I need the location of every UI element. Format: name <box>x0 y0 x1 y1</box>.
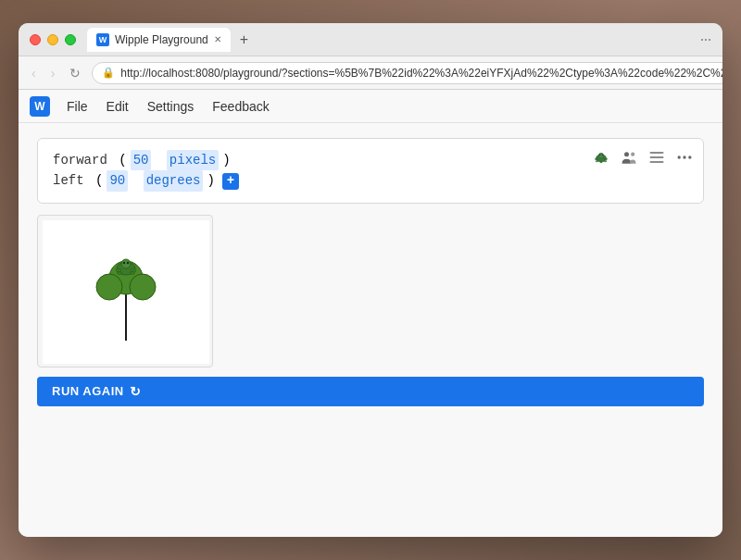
svg-point-6 <box>600 161 602 163</box>
svg-point-2 <box>595 158 597 160</box>
unit-degrees[interactable]: degrees <box>144 170 204 191</box>
svg-point-10 <box>631 153 634 156</box>
code-editor: forward ( 50 pixels ) left ( 90 degrees … <box>37 138 704 204</box>
svg-point-16 <box>688 156 691 158</box>
traffic-lights <box>30 34 76 45</box>
address-bar: ‹ › ↻ 🔒 http://localhost:8080/playground… <box>19 56 722 90</box>
title-bar: W Wipple Playground ✕ + ⋯ <box>19 23 722 56</box>
menu-settings[interactable]: Settings <box>140 95 202 118</box>
keyword-left: left <box>53 170 84 191</box>
svg-point-3 <box>604 158 607 160</box>
unit-pixels[interactable]: pixels <box>167 150 219 170</box>
svg-point-22 <box>121 259 131 268</box>
run-again-label: RUN AGAIN <box>52 384 124 398</box>
url-text: http://localhost:8080/playground/?sectio… <box>120 67 722 80</box>
bottom-section: RUN AGAIN ↻ <box>37 215 704 406</box>
drawing-canvas <box>43 220 209 364</box>
app-content: W File Edit Settings Feedback <box>19 90 722 537</box>
back-button[interactable]: ‹ <box>28 64 40 82</box>
svg-rect-13 <box>650 161 664 163</box>
svg-point-27 <box>123 262 125 264</box>
svg-point-20 <box>130 274 156 300</box>
svg-point-7 <box>599 155 600 156</box>
lock-icon: 🔒 <box>102 67 115 79</box>
add-line-button[interactable]: + <box>222 173 239 190</box>
window-controls: ⋯ <box>700 33 711 46</box>
svg-point-1 <box>598 153 604 158</box>
svg-point-9 <box>624 152 629 156</box>
list-toolbar-icon[interactable] <box>646 146 668 168</box>
main-area: forward ( 50 pixels ) left ( 90 degrees … <box>19 123 722 537</box>
active-tab[interactable]: W Wipple Playground ✕ <box>87 28 231 52</box>
new-tab-button[interactable]: + <box>234 30 254 50</box>
tab-close-button[interactable]: ✕ <box>214 34 221 44</box>
maximize-button[interactable] <box>65 34 76 45</box>
menu-bar: W File Edit Settings Feedback <box>19 90 722 123</box>
svg-rect-12 <box>650 156 664 158</box>
people-toolbar-icon[interactable] <box>618 146 640 168</box>
more-toolbar-icon[interactable] <box>673 146 696 168</box>
tab-area: W Wipple Playground ✕ + <box>87 28 700 52</box>
svg-point-4 <box>596 160 598 161</box>
app-logo: W <box>30 96 50 117</box>
canvas-area <box>37 215 213 367</box>
keyword-forward: forward <box>53 150 107 170</box>
turtle-drawing-svg <box>43 220 209 364</box>
svg-point-14 <box>678 156 681 158</box>
menu-feedback[interactable]: Feedback <box>205 95 276 118</box>
browser-window: W Wipple Playground ✕ + ⋯ ‹ › ↻ 🔒 http:/… <box>19 23 722 537</box>
run-again-icon: ↻ <box>130 384 142 399</box>
tab-favicon: W <box>96 33 109 46</box>
number-90[interactable]: 90 <box>107 170 128 191</box>
svg-point-26 <box>131 271 135 274</box>
menu-edit[interactable]: Edit <box>99 95 136 118</box>
forward-button[interactable]: › <box>47 64 59 82</box>
svg-point-28 <box>127 262 129 264</box>
url-bar[interactable]: 🔒 http://localhost:8080/playground/?sect… <box>92 62 722 84</box>
turtle-toolbar-icon[interactable] <box>590 146 612 168</box>
run-again-button[interactable]: RUN AGAIN ↻ <box>37 377 704 406</box>
toolbar-icons <box>590 146 696 168</box>
svg-point-19 <box>96 274 122 300</box>
svg-point-8 <box>602 155 603 156</box>
svg-point-5 <box>604 160 607 161</box>
code-line-2: left ( 90 degrees ) + <box>53 170 688 191</box>
refresh-button[interactable]: ↻ <box>66 64 84 82</box>
number-50[interactable]: 50 <box>131 150 152 170</box>
menu-file[interactable]: File <box>59 95 95 118</box>
svg-point-15 <box>683 156 685 158</box>
tab-label: Wipple Playground <box>115 33 208 46</box>
close-button[interactable] <box>30 34 41 45</box>
svg-rect-11 <box>650 152 664 154</box>
minimize-button[interactable] <box>47 34 58 45</box>
svg-point-25 <box>118 271 122 274</box>
